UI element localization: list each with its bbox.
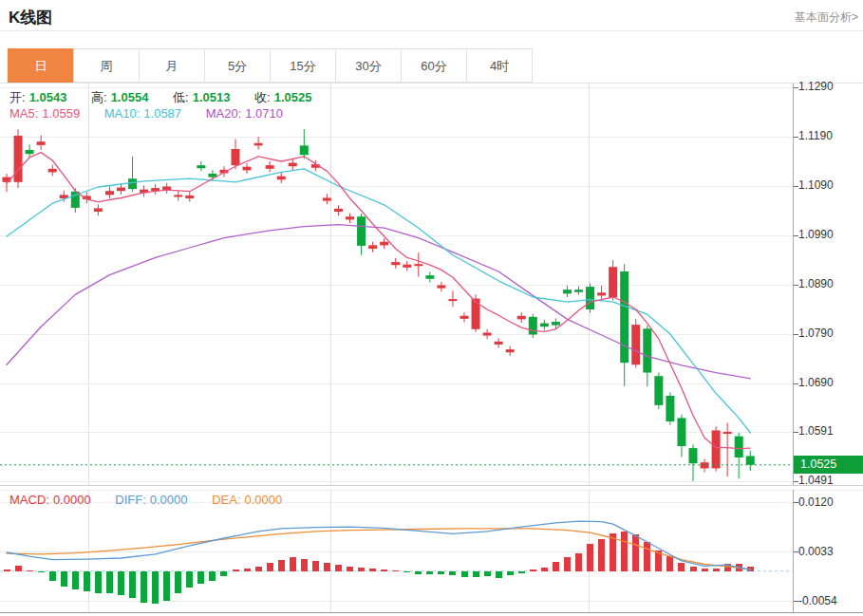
macd-bar-positive (541, 568, 548, 571)
candle-body (300, 145, 309, 155)
macd-bar-negative (197, 571, 204, 585)
macd-bar-negative (426, 571, 433, 575)
macd-axis-label: -0.0054 (798, 594, 837, 608)
macd-chart[interactable] (0, 490, 863, 613)
dea-value: 0.0000 (245, 493, 283, 507)
candle-body (735, 437, 743, 457)
candle-body (254, 143, 263, 146)
macd-bar-positive (267, 563, 273, 570)
price-axis-label: 1.0591 (798, 424, 834, 439)
macd-bar-positive (301, 559, 308, 571)
macd-bar-positive (233, 569, 239, 571)
macd-bar-positive (621, 532, 628, 571)
candle-down (666, 392, 674, 424)
ma-legend: MA5:1.0559 MA10:1.0587 MA20:1.0710 (9, 106, 287, 121)
macd-bar-positive (587, 544, 593, 571)
tab-4hour[interactable]: 4时 (466, 48, 533, 83)
candle-up (414, 252, 422, 276)
candle-body (391, 262, 400, 265)
macd-bar-positive (335, 565, 342, 571)
close-value: 1.0525 (274, 90, 312, 104)
candle-down (677, 415, 685, 457)
candle-down (540, 320, 549, 330)
macd-bar-negative (415, 571, 422, 574)
macd-bar-negative (106, 571, 113, 593)
macd-bar-negative (518, 571, 525, 573)
ma10-line (7, 169, 750, 433)
tab-day[interactable]: 日 (8, 48, 74, 83)
open-label: 开: (9, 90, 26, 104)
macd-bar-positive (392, 570, 399, 572)
candle-body (380, 242, 388, 246)
price-axis-label: 1.0491 (798, 474, 834, 488)
macd-bar-negative (163, 571, 170, 601)
candle-up (483, 329, 492, 339)
candle-down (586, 283, 594, 312)
candle-body (197, 165, 205, 168)
candle-body (37, 141, 46, 145)
candle-body (323, 197, 331, 200)
candle-up (277, 172, 286, 182)
candle-body (277, 177, 286, 180)
ma20-value: 1.0710 (245, 106, 283, 121)
candle-body (243, 167, 252, 171)
candle-down (574, 287, 583, 295)
macd-bar-negative (84, 571, 90, 592)
candle-up (368, 242, 377, 252)
price-axis-label: 1.0990 (798, 228, 834, 242)
candle-body (586, 287, 594, 309)
macd-axis-label: 0.0033 (798, 545, 834, 559)
candle-body (117, 188, 125, 192)
candle-body (643, 328, 651, 372)
kline-page: K线图 基本面分析> 日 周 月 5分 15分 30分 60分 4时 开:1.0… (0, 0, 863, 616)
candle-down (529, 314, 537, 338)
candle-down (735, 433, 743, 478)
candle-body (128, 178, 137, 189)
candle-body (689, 448, 698, 463)
tab-5min[interactable]: 5分 (204, 48, 271, 83)
macd-bar-negative (152, 571, 159, 604)
candle-body (14, 136, 23, 182)
candle-body (552, 322, 560, 326)
tab-60min[interactable]: 60分 (401, 48, 467, 83)
panel-separator (0, 485, 863, 486)
macd-bar-positive (290, 557, 296, 571)
candle-up (472, 294, 480, 332)
open-value: 1.0543 (29, 90, 67, 104)
candle-down (208, 170, 216, 180)
candle-body (174, 195, 182, 196)
candle-up (162, 183, 171, 194)
macd-bar-negative (129, 571, 136, 598)
candle-up (254, 137, 263, 150)
candle-up (185, 192, 194, 201)
candle-body (574, 289, 583, 292)
macd-bar-positive (255, 567, 262, 571)
candle-down (620, 264, 628, 386)
price-axis-label: 1.0890 (798, 277, 834, 291)
candle-up (266, 161, 274, 172)
candle-up (403, 261, 411, 271)
tab-month[interactable]: 月 (139, 48, 205, 83)
fundamental-analysis-link[interactable]: 基本面分析> (795, 9, 858, 26)
candle-body (425, 275, 434, 279)
kline-chart[interactable] (0, 84, 863, 485)
candle-body (677, 418, 685, 446)
tab-week[interactable]: 周 (73, 48, 140, 83)
candle-up (289, 159, 297, 170)
ohlc-legend: 开:1.0543 高:1.0554 低:1.0513 收:1.0525 (9, 89, 315, 106)
macd-bar-positive (690, 567, 697, 571)
macd-bar-positive (564, 557, 571, 571)
macd-bar-positive (27, 570, 33, 572)
tab-30min[interactable]: 30分 (335, 48, 402, 83)
low-value: 1.0513 (193, 90, 231, 104)
macd-bar-positive (553, 562, 559, 571)
price-axis-label: 1.1090 (798, 178, 834, 193)
header-divider (0, 30, 863, 31)
macd-bar-positive (312, 561, 319, 571)
candle-up (14, 129, 23, 188)
tab-15min[interactable]: 15分 (270, 48, 336, 83)
candle-down (654, 373, 663, 409)
candle-up (37, 135, 46, 150)
candle-up (609, 260, 617, 301)
macd-bar-negative (186, 571, 193, 588)
